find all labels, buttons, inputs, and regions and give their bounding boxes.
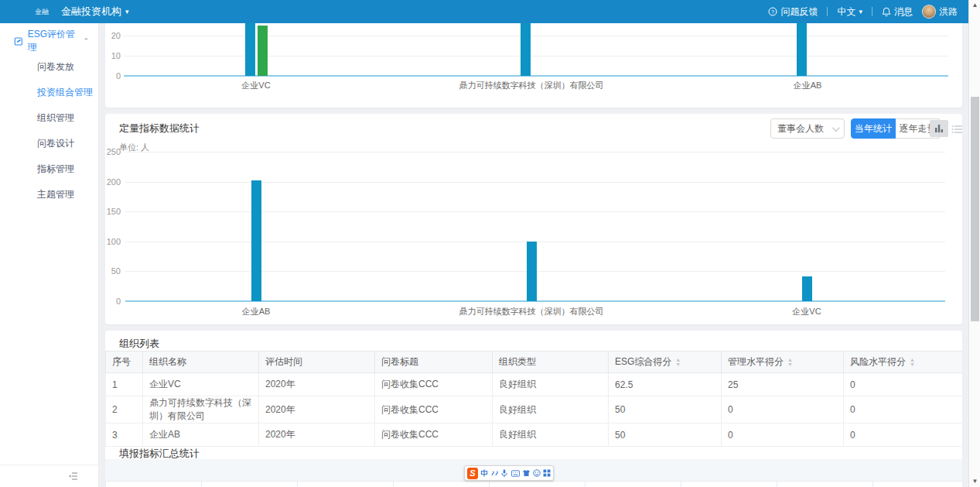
org-selector[interactable]: 金融投资机构 ▾ <box>61 5 129 19</box>
page-scrollbar[interactable]: ▲ ▼ <box>968 0 980 487</box>
scroll-up-arrow[interactable]: ▲ <box>969 0 980 11</box>
y-axis-tick-label: 10 <box>105 51 121 60</box>
sogou-logo-icon[interactable]: S <box>467 468 478 479</box>
table-cell: 50 <box>609 396 722 424</box>
skin-icon[interactable] <box>522 468 531 478</box>
table-cell: 3 <box>106 424 143 447</box>
chevron-up-icon: ⌃ <box>83 37 89 45</box>
category-label: 鼎力可持续数字科技（深圳）有限公司 <box>377 306 686 317</box>
sort-icon[interactable]: ▲▼ <box>787 358 793 367</box>
table-cell: 良好组织 <box>493 424 609 447</box>
column-header: 评估时间 <box>259 352 375 373</box>
table-cell: 问卷收集CCC <box>375 396 493 424</box>
sidebar-item-indicator-management[interactable]: 指标管理 <box>0 156 98 182</box>
column-header[interactable]: 风险水平得分▲▼ <box>844 352 963 373</box>
org-list-title: 组织列表 <box>119 337 159 351</box>
table-cell: 0 <box>844 424 963 447</box>
messages-item[interactable]: 消息 <box>882 5 913 19</box>
divider <box>872 7 872 16</box>
scroll-down-arrow[interactable]: ▼ <box>969 476 980 487</box>
document-edit-icon <box>14 36 23 46</box>
top-chart-panel: 01020企业VC鼎力可持续数字科技（深圳）有限公司企业AB <box>105 23 962 108</box>
y-axis-tick-label: 100 <box>105 237 121 246</box>
navbar-right-group: ? 问题反馈 中文 ▾ 消息 洪路 <box>768 5 958 19</box>
y-axis-tick-label: 0 <box>105 297 121 306</box>
category-label: 企业AB <box>101 306 411 317</box>
bar <box>521 23 531 76</box>
y-axis-tick-label: 150 <box>105 207 121 216</box>
menu-fold-icon[interactable] <box>68 472 78 481</box>
sort-desc-caret: ▼ <box>675 362 681 367</box>
table-cell: 企业AB <box>143 424 259 447</box>
column-header-label: 组织类型 <box>499 356 536 367</box>
sidebar-item-questionnaire-design[interactable]: 问卷设计 <box>0 131 98 156</box>
table-row: 2鼎力可持续数字科技（深圳）有限公司2020年问卷收集CCC良好组织5000 <box>106 396 963 424</box>
toolbox-icon[interactable] <box>543 468 551 478</box>
language-label: 中文 <box>837 5 855 19</box>
bar <box>258 26 268 76</box>
grid-line <box>125 152 945 153</box>
language-selector[interactable]: 中文 ▾ <box>837 5 862 19</box>
grid-line <box>125 182 945 183</box>
app-logo-text: 金融 <box>35 7 49 17</box>
sort-desc-caret: ▼ <box>787 362 793 367</box>
y-axis-tick-label: 20 <box>105 31 121 40</box>
avatar <box>922 5 936 19</box>
feedback-item[interactable]: ? 问题反馈 <box>768 5 818 19</box>
column-header-label: 问卷标题 <box>381 356 418 367</box>
table-cell: 鼎力可持续数字科技（深圳）有限公司 <box>143 396 259 424</box>
org-list-panel: 组织列表 序号组织名称评估时间问卷标题组织类型ESG综合得分▲▼管理水平得分▲▼… <box>105 331 962 487</box>
table-cell: 良好组织 <box>493 373 609 396</box>
keyboard-icon[interactable] <box>511 468 520 478</box>
feedback-label: 问题反馈 <box>780 5 818 19</box>
column-header-label: 序号 <box>112 356 131 367</box>
user-menu[interactable]: 洪路 <box>922 5 958 19</box>
table-row: 1企业VC2020年问卷收集CCC良好组织62.5250 <box>106 373 963 396</box>
table-cell: 0 <box>722 396 844 424</box>
mic-icon[interactable] <box>500 468 508 478</box>
sort-icon[interactable]: ▲▼ <box>910 358 915 367</box>
quant-indicator-panel: 定量指标数据统计 董事会人数 当年统计 逐年走势 单位: 人 050100150… <box>105 114 962 324</box>
summary-table-columns <box>105 481 962 487</box>
sidebar-item-topic-management[interactable]: 主题管理 <box>0 182 98 207</box>
column-header[interactable]: 管理水平得分▲▼ <box>722 352 844 373</box>
y-axis-tick-label: 250 <box>105 147 121 156</box>
chinese-mode-icon[interactable] <box>480 468 488 478</box>
bar <box>245 23 255 76</box>
column-header-label: 评估时间 <box>265 356 302 367</box>
sidebar-footer <box>0 465 98 487</box>
scrollbar-thumb[interactable] <box>971 97 979 321</box>
sort-icon[interactable]: ▲▼ <box>675 358 681 367</box>
y-axis-tick-label: 200 <box>105 177 121 187</box>
column-header-label: 风险水平得分 <box>850 356 906 367</box>
table-cell: 1 <box>106 373 143 396</box>
column-header: 序号 <box>106 352 143 373</box>
sidebar-item-questionnaire-issue[interactable]: 问卷发放 <box>0 54 98 80</box>
category-label: 企业AB <box>653 80 962 91</box>
username-label: 洪路 <box>939 5 958 19</box>
table-cell: 62.5 <box>609 373 722 396</box>
column-header-label: 管理水平得分 <box>728 356 784 367</box>
emoji-icon[interactable] <box>533 468 541 478</box>
column-header: 组织类型 <box>493 352 609 373</box>
sidebar: ESG评价管理 ⌃ 问卷发放 投资组合管理 组织管理 问卷设计 指标管理 主题管… <box>0 23 99 487</box>
bar <box>527 242 537 301</box>
table-header-row: 序号组织名称评估时间问卷标题组织类型ESG综合得分▲▼管理水平得分▲▼风险水平得… <box>106 352 963 373</box>
table-cell: 0 <box>722 424 844 447</box>
sidebar-item-org-management[interactable]: 组织管理 <box>0 105 98 131</box>
table-cell: 50 <box>609 424 722 447</box>
grid-line <box>125 211 945 212</box>
column-header-label: ESG综合得分 <box>615 356 671 367</box>
punctuation-icon[interactable] <box>490 468 498 478</box>
sidebar-item-portfolio-management[interactable]: 投资组合管理 <box>0 80 98 105</box>
table-cell: 2020年 <box>259 396 375 424</box>
table-cell: 良好组织 <box>493 396 609 424</box>
table-row: 3企业AB2020年问卷收集CCC良好组织5000 <box>106 424 963 447</box>
sidebar-group-esg-management[interactable]: ESG评价管理 ⌃ <box>0 28 98 54</box>
top-bar-chart: 01020企业VC鼎力可持续数字科技（深圳）有限公司企业AB <box>105 23 962 108</box>
org-table: 序号组织名称评估时间问卷标题组织类型ESG综合得分▲▼管理水平得分▲▼风险水平得… <box>105 351 962 447</box>
divider <box>827 7 828 16</box>
bar <box>802 276 812 301</box>
sogou-ime-toolbar: S <box>464 465 554 481</box>
column-header[interactable]: ESG综合得分▲▼ <box>609 352 722 373</box>
